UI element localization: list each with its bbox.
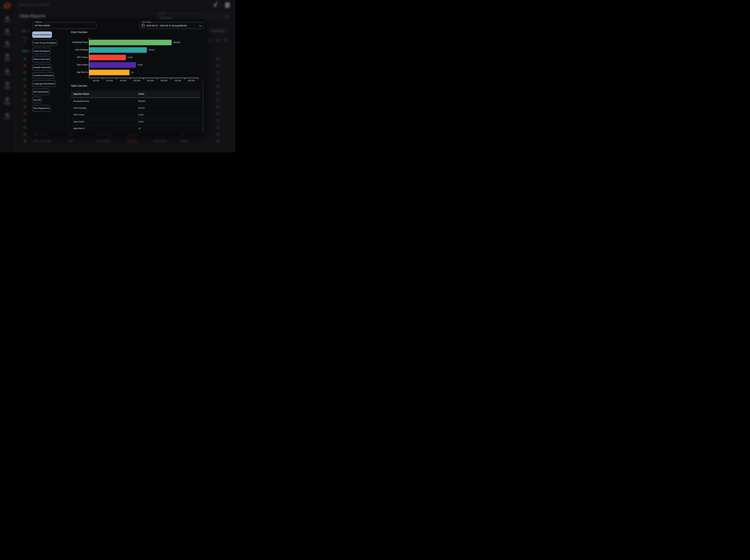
x-axis-tick xyxy=(171,78,171,79)
x-axis-tick-label: 100,000 xyxy=(89,80,103,82)
chart-category-label: VPN / Proxy xyxy=(60,56,87,58)
report-button-isp-distribution[interactable]: ISP Distribution xyxy=(32,89,50,95)
chart-category-tick xyxy=(87,50,88,50)
chart-value-label: 5,104 xyxy=(127,56,133,59)
report-button-fraud-group-histogram[interactable]: Fraud Group Histogram xyxy=(32,40,57,46)
report-button-language-distribution[interactable]: Language Distribution xyxy=(32,81,56,87)
chart-category-label: Click Flooding xyxy=(60,49,87,51)
x-axis-tick xyxy=(198,78,198,79)
cell-clicks: 3,516 xyxy=(138,119,143,125)
x-axis-tick xyxy=(157,78,158,79)
table-row[interactable]: High Risk IP13 xyxy=(71,125,200,132)
x-axis-tick xyxy=(102,78,103,79)
report-button-fraud-histogram[interactable]: Fraud Histogram xyxy=(32,48,51,54)
cell-clicks: 693,621 xyxy=(138,98,146,105)
x-axis-tick xyxy=(143,78,144,79)
report-button-device-overview[interactable]: Device Overview xyxy=(32,56,51,62)
report-button-top-ips[interactable]: Top IPS xyxy=(32,97,42,103)
chart-value-label: 13 xyxy=(131,71,133,74)
cell-rejection-reason: VPN / Proxy xyxy=(73,111,84,118)
cell-rejection-reason: High Risk IP xyxy=(73,125,84,132)
table-row[interactable]: Click Flooding40,413 xyxy=(71,105,200,112)
cell-rejection-reason: Residential Proxy xyxy=(73,98,89,105)
report-button-domain-overview[interactable]: Domain Overview xyxy=(32,64,51,70)
column-header-clicks: Clicks xyxy=(138,90,144,98)
x-axis-tick xyxy=(116,78,117,79)
chart-category-label: High Risk IP xyxy=(60,71,87,73)
chart-value-label: 40,413 xyxy=(149,49,155,51)
chart-bar-3[interactable] xyxy=(89,55,126,60)
x-axis-tick-label: 200,000 xyxy=(103,80,116,82)
overview-table: Rejection Reaon Clicks Residential Proxy… xyxy=(71,90,200,132)
cell-rejection-reason: Data Center xyxy=(73,119,84,125)
cell-clicks: 13 xyxy=(138,125,141,132)
table-header-row: Rejection Reaon Clicks xyxy=(71,90,200,98)
chart-bar-4[interactable] xyxy=(89,62,136,68)
table-row[interactable]: Residential Proxy693,621 xyxy=(71,98,200,105)
fraud-distribution-chart: Residential Proxy693,621Click Flooding40… xyxy=(89,39,198,78)
x-axis-tick xyxy=(184,78,185,79)
time-range-value: 2025-06-13 - 2025-08-14 (Europe/Berlin) xyxy=(146,24,187,27)
chart-category-tick xyxy=(87,42,88,43)
chevron-down-icon xyxy=(199,24,202,26)
publisher-field-value: Ad Nova Media xyxy=(33,22,96,29)
chart-value-label: 3,516 xyxy=(138,64,143,66)
cell-clicks: 5,104 xyxy=(138,111,143,118)
table-row[interactable]: VPN / Proxy5,104 xyxy=(71,111,200,119)
x-axis-tick-label: 400,000 xyxy=(130,80,143,82)
chart-category-label: Data Center xyxy=(60,64,87,66)
chart-category-tick xyxy=(87,72,88,72)
stopwatch-icon xyxy=(142,24,145,27)
chart-category-tick xyxy=(87,57,88,58)
x-axis-tick-label: 800,000 xyxy=(185,80,198,82)
chart-section-title: Chart Overview xyxy=(71,31,87,34)
x-axis-tick-label: 300,000 xyxy=(116,80,130,82)
table-row[interactable]: Data Center3,516 xyxy=(71,119,200,125)
click-reports-dialog: Publisher Ad Nova Media Time Range 2025-… xyxy=(30,19,205,133)
column-header-rejection-reason: Rejection Reaon xyxy=(73,90,89,98)
chart-category-tick xyxy=(87,65,88,65)
time-range-field-label: Time Range xyxy=(141,21,152,23)
report-button-top-fingerprints[interactable]: Top Fingerprints xyxy=(32,105,50,111)
publisher-field-label: Publisher xyxy=(34,21,43,23)
chart-bar-1[interactable] xyxy=(89,40,172,45)
x-axis-tick-label: 500,000 xyxy=(144,80,157,82)
report-button-fraud-distribution[interactable]: Fraud Distribution xyxy=(32,32,52,38)
chart-value-label: 693,621 xyxy=(173,41,180,43)
chart-bar-2[interactable] xyxy=(89,47,147,53)
chart-bar-5[interactable] xyxy=(89,70,130,75)
scrollbar[interactable] xyxy=(203,82,203,132)
chart-category-label: Residential Proxy xyxy=(60,41,87,43)
cell-clicks: 40,413 xyxy=(138,105,144,111)
cell-rejection-reason: Click Flooding xyxy=(73,105,86,111)
x-axis-tick-label: 700,000 xyxy=(171,80,184,82)
x-axis-tick-label: 600,000 xyxy=(157,80,171,82)
x-axis-tick xyxy=(130,78,130,79)
table-section-title: Table Overview xyxy=(71,85,87,87)
screen: Dashboard / Reports / Click Reports ✕ Cl… xyxy=(0,0,235,152)
publisher-field[interactable]: Publisher Ad Nova Media xyxy=(33,22,96,29)
time-range-field[interactable]: Time Range 2025-06-13 - 2025-08-14 (Euro… xyxy=(139,22,203,29)
report-button-country-distribution[interactable]: Country Distribution xyxy=(32,72,54,79)
